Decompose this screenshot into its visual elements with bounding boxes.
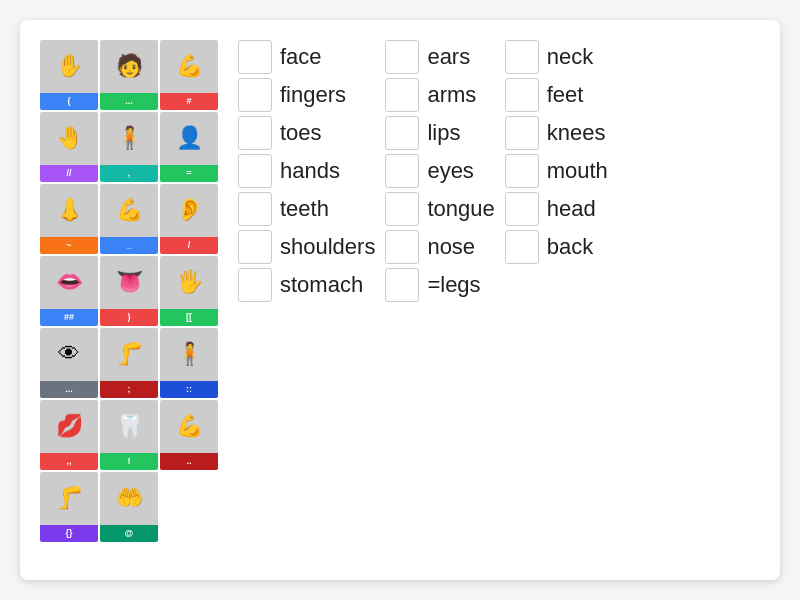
grid-cell-1[interactable]: 🧑... — [100, 40, 158, 110]
word-item: lips — [385, 116, 494, 150]
grid-cell-image-3: 🤚 — [40, 112, 98, 165]
word-item: head — [505, 192, 608, 226]
grid-cell-3[interactable]: 🤚// — [40, 112, 98, 182]
grid-cell-label-2: # — [160, 93, 218, 110]
grid-cell-image-0: ✋ — [40, 40, 98, 93]
word-item: teeth — [238, 192, 375, 226]
word-match-box[interactable] — [385, 268, 419, 302]
word-match-box[interactable] — [505, 78, 539, 112]
grid-cell-image-14: 🧍 — [160, 328, 218, 381]
word-match-box[interactable] — [385, 154, 419, 188]
word-label: arms — [427, 84, 476, 106]
grid-cell-image-8: 👂 — [160, 184, 218, 237]
grid-cell-0[interactable]: ✋( — [40, 40, 98, 110]
word-match-box[interactable] — [238, 268, 272, 302]
word-label: lips — [427, 122, 460, 144]
grid-cell-label-18: {} — [40, 525, 98, 542]
word-match-box[interactable] — [385, 192, 419, 226]
grid-cell-image-10: 👅 — [100, 256, 158, 309]
grid-cell-7[interactable]: 💪_ — [100, 184, 158, 254]
grid-cell-8[interactable]: 👂/ — [160, 184, 218, 254]
word-match-box[interactable] — [238, 230, 272, 264]
grid-cell-6[interactable]: 👃~ — [40, 184, 98, 254]
grid-cell-13[interactable]: 🦵; — [100, 328, 158, 398]
word-item: eyes — [385, 154, 494, 188]
grid-cell-label-7: _ — [100, 237, 158, 254]
grid-cell-14[interactable]: 🧍:: — [160, 328, 218, 398]
word-column-1: earsarmslipseyestonguenose=legs — [385, 40, 494, 302]
word-match-box[interactable] — [238, 154, 272, 188]
word-item: ears — [385, 40, 494, 74]
word-label: head — [547, 198, 596, 220]
word-label: shoulders — [280, 236, 375, 258]
word-column-0: facefingerstoeshandsteethshouldersstomac… — [238, 40, 375, 302]
word-match-box[interactable] — [385, 116, 419, 150]
grid-cell-label-1: ... — [100, 93, 158, 110]
word-match-box[interactable] — [385, 230, 419, 264]
word-item: feet — [505, 78, 608, 112]
grid-cell-label-11: [[ — [160, 309, 218, 326]
word-label: toes — [280, 122, 322, 144]
grid-cell-label-15: ,, — [40, 453, 98, 470]
grid-cell-16[interactable]: 🦷! — [100, 400, 158, 470]
grid-cell-label-9: ## — [40, 309, 98, 326]
grid-cell-5[interactable]: 👤= — [160, 112, 218, 182]
word-match-box[interactable] — [505, 40, 539, 74]
word-match-box[interactable] — [238, 192, 272, 226]
word-label: knees — [547, 122, 606, 144]
grid-cell-2[interactable]: 💪# — [160, 40, 218, 110]
grid-cell-10[interactable]: 👅) — [100, 256, 158, 326]
grid-cell-image-19: 🤲 — [100, 472, 158, 525]
grid-cell-15[interactable]: 💋,, — [40, 400, 98, 470]
word-match-box[interactable] — [238, 40, 272, 74]
word-item: toes — [238, 116, 375, 150]
word-label: neck — [547, 46, 593, 68]
grid-cell-image-6: 👃 — [40, 184, 98, 237]
word-match-box[interactable] — [505, 116, 539, 150]
grid-cell-17[interactable]: 💪.. — [160, 400, 218, 470]
word-column-2: neckfeetkneesmouthheadback — [505, 40, 608, 264]
grid-cell-image-2: 💪 — [160, 40, 218, 93]
word-item: shoulders — [238, 230, 375, 264]
grid-cell-11[interactable]: 🖐[[ — [160, 256, 218, 326]
word-label: mouth — [547, 160, 608, 182]
grid-cell-label-10: ) — [100, 309, 158, 326]
word-label: face — [280, 46, 322, 68]
grid-cell-image-7: 💪 — [100, 184, 158, 237]
grid-cell-4[interactable]: 🧍, — [100, 112, 158, 182]
word-match-box[interactable] — [385, 78, 419, 112]
word-match-box[interactable] — [505, 192, 539, 226]
word-item: nose — [385, 230, 494, 264]
word-label: ears — [427, 46, 470, 68]
image-grid: ✋(🧑...💪#🤚//🧍,👤=👃~💪_👂/👄##👅)🖐[[👁...🦵;🧍::💋,… — [40, 40, 218, 542]
grid-cell-label-3: // — [40, 165, 98, 182]
grid-cell-image-12: 👁 — [40, 328, 98, 381]
word-match-box[interactable] — [505, 154, 539, 188]
grid-cell-18[interactable]: 🦵{} — [40, 472, 98, 542]
word-label: nose — [427, 236, 475, 258]
grid-cell-19[interactable]: 🤲@ — [100, 472, 158, 542]
grid-cell-label-13: ; — [100, 381, 158, 398]
grid-cell-12[interactable]: 👁... — [40, 328, 98, 398]
grid-cell-label-16: ! — [100, 453, 158, 470]
word-match-box[interactable] — [385, 40, 419, 74]
word-item: knees — [505, 116, 608, 150]
grid-cell-image-18: 🦵 — [40, 472, 98, 525]
word-label: =legs — [427, 274, 480, 296]
word-section: facefingerstoeshandsteethshouldersstomac… — [238, 40, 760, 302]
word-item: back — [505, 230, 608, 264]
word-label: feet — [547, 84, 584, 106]
word-match-box[interactable] — [238, 116, 272, 150]
grid-cell-image-5: 👤 — [160, 112, 218, 165]
word-label: back — [547, 236, 593, 258]
word-label: eyes — [427, 160, 473, 182]
main-container: ✋(🧑...💪#🤚//🧍,👤=👃~💪_👂/👄##👅)🖐[[👁...🦵;🧍::💋,… — [20, 20, 780, 580]
word-match-box[interactable] — [505, 230, 539, 264]
word-label: teeth — [280, 198, 329, 220]
grid-cell-9[interactable]: 👄## — [40, 256, 98, 326]
word-match-box[interactable] — [238, 78, 272, 112]
word-item: mouth — [505, 154, 608, 188]
grid-cell-label-12: ... — [40, 381, 98, 398]
grid-cell-image-17: 💪 — [160, 400, 218, 453]
grid-cell-label-14: :: — [160, 381, 218, 398]
